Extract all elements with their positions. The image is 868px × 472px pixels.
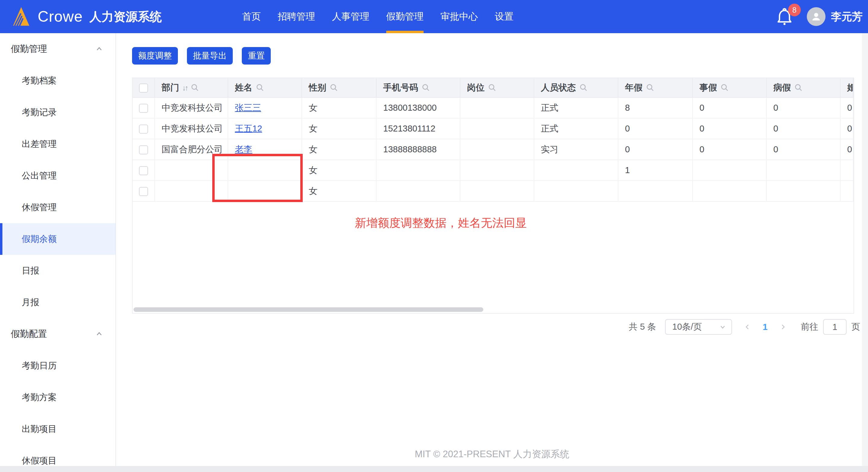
search-icon[interactable]	[256, 84, 264, 92]
page-suffix-label: 页	[851, 321, 860, 333]
sidebar-item-business-trip[interactable]: 出差管理	[0, 128, 116, 160]
goto-page-input[interactable]	[823, 319, 846, 335]
sidebar: 假勤管理 考勤档案 考勤记录 出差管理 公出管理 休假管理 假期余额 日报 月报…	[0, 33, 116, 466]
prev-page-button[interactable]	[743, 323, 751, 331]
sidebar-item-attendance-calendar[interactable]: 考勤日历	[0, 350, 116, 382]
header-phone[interactable]: 手机号码	[376, 78, 460, 97]
sidebar-item-leave-mgmt[interactable]: 休假管理	[0, 191, 116, 223]
page-size-value: 10条/页	[672, 321, 702, 333]
nav-item-approval[interactable]: 审批中心	[440, 0, 478, 33]
search-icon[interactable]	[422, 84, 430, 92]
cell-personal: 0	[692, 118, 766, 139]
employee-name-link[interactable]: 张三三	[235, 103, 261, 113]
cell-post	[460, 97, 534, 118]
sidebar-item-leave-balance[interactable]: 假期余额	[0, 223, 116, 255]
sort-icon[interactable]: ↓↑	[182, 84, 187, 92]
search-icon[interactable]	[646, 84, 654, 92]
cell-annual: 0	[618, 118, 692, 139]
select-all-checkbox[interactable]	[139, 84, 148, 93]
batch-export-button[interactable]: 批量导出	[187, 47, 233, 64]
bottom-strip	[0, 466, 868, 472]
sidebar-item-attendance-records[interactable]: 考勤记录	[0, 96, 116, 128]
cell-post	[460, 118, 534, 139]
header-dept[interactable]: 部门↓↑	[155, 78, 228, 97]
sidebar-item-public-outing[interactable]: 公出管理	[0, 160, 116, 191]
cell-post	[460, 160, 534, 181]
sidebar-item-attendance-items[interactable]: 出勤项目	[0, 413, 116, 445]
header-status[interactable]: 人员状态	[534, 78, 618, 97]
username[interactable]: 李元芳	[831, 10, 863, 24]
search-icon[interactable]	[191, 84, 199, 92]
notification-bell[interactable]: 8	[776, 7, 793, 26]
header-personal-leave[interactable]: 事假	[692, 78, 766, 97]
sidebar-group-label: 假勤配置	[11, 328, 47, 340]
sidebar-item-daily-report[interactable]: 日报	[0, 255, 116, 287]
notification-badge: 8	[788, 4, 801, 16]
hr-system-app: Crowe 人力资源系统 首页 招聘管理 人事管理 假勤管理 审批中心 设置 8	[0, 0, 868, 472]
header-marriage-leave[interactable]: 婚假	[840, 78, 853, 97]
topbar-right: 8 李元芳	[776, 7, 863, 26]
cell-phone: 13800138000	[376, 97, 460, 118]
row-checkbox[interactable]	[139, 124, 148, 134]
header-gender[interactable]: 性别	[302, 78, 376, 97]
annotation-text: 新增额度调整数据，姓名无法回显	[355, 215, 527, 231]
cell-phone: 13888888888	[376, 139, 460, 160]
search-icon[interactable]	[580, 84, 588, 92]
brand-name: Crowe	[38, 8, 83, 25]
page-size-select[interactable]: 10条/页	[665, 319, 732, 335]
horizontal-scrollbar-thumb[interactable]	[133, 307, 483, 312]
row-checkbox[interactable]	[139, 166, 148, 175]
quota-adjust-button[interactable]: 额度调整	[132, 47, 178, 64]
cell-dept: 中竞发科技公司	[155, 97, 228, 118]
vertical-scrollbar-track[interactable]	[862, 33, 868, 466]
current-page[interactable]: 1	[763, 322, 768, 332]
nav-item-settings[interactable]: 设置	[495, 0, 514, 33]
search-icon[interactable]	[720, 84, 729, 92]
header-post[interactable]: 岗位	[460, 78, 534, 97]
sidebar-item-monthly-report[interactable]: 月报	[0, 287, 116, 318]
employee-name-link[interactable]: 王五12	[235, 124, 262, 133]
chevron-down-icon	[719, 323, 726, 331]
nav-item-home[interactable]: 首页	[242, 0, 261, 33]
sidebar-group-label: 假勤管理	[11, 43, 47, 55]
search-icon[interactable]	[488, 84, 496, 92]
search-icon[interactable]	[330, 84, 338, 92]
header-sick-leave[interactable]: 病假	[766, 78, 840, 97]
total-count: 共 5 条	[629, 321, 656, 333]
cell-annual: 0	[618, 139, 692, 160]
sidebar-item-attendance-archive[interactable]: 考勤档案	[0, 65, 116, 96]
cell-name: 王五12	[228, 118, 302, 139]
next-page-button[interactable]	[779, 323, 787, 331]
sidebar-item-leave-items[interactable]: 休假项目	[0, 445, 116, 466]
cell-post	[460, 181, 534, 202]
nav-item-personnel[interactable]: 人事管理	[332, 0, 369, 33]
cell-name: 张三三	[228, 97, 302, 118]
search-icon[interactable]	[795, 84, 803, 92]
topbar: Crowe 人力资源系统 首页 招聘管理 人事管理 假勤管理 审批中心 设置 8	[0, 0, 868, 33]
sidebar-item-attendance-plan[interactable]: 考勤方案	[0, 382, 116, 413]
nav-item-recruitment[interactable]: 招聘管理	[278, 0, 315, 33]
cell-marriage: 0	[840, 97, 853, 118]
row-checkbox[interactable]	[139, 104, 148, 113]
nav-item-attendance[interactable]: 假勤管理	[386, 0, 424, 33]
header-select-all-cell	[133, 78, 155, 97]
row-checkbox[interactable]	[139, 187, 148, 196]
reset-button[interactable]: 重置	[242, 47, 271, 64]
cell-gender: 女	[302, 139, 376, 160]
chevron-up-icon	[95, 45, 103, 53]
sidebar-group-attendance-config[interactable]: 假勤配置	[0, 318, 116, 350]
cell-marriage: 0	[840, 139, 853, 160]
cell-personal	[692, 160, 766, 181]
top-nav: 首页 招聘管理 人事管理 假勤管理 审批中心 设置	[242, 0, 514, 33]
shell: 假勤管理 考勤档案 考勤记录 出差管理 公出管理 休假管理 假期余额 日报 月报…	[0, 33, 868, 466]
crowe-logo-icon	[10, 6, 31, 27]
employee-name-link[interactable]: 老李	[235, 144, 252, 154]
avatar[interactable]	[807, 7, 826, 26]
cell-status: 实习	[534, 139, 618, 160]
row-checkbox[interactable]	[139, 145, 148, 154]
header-annual-leave[interactable]: 年假	[618, 78, 692, 97]
cell-sick: 0	[766, 97, 840, 118]
sidebar-group-attendance-mgmt[interactable]: 假勤管理	[0, 33, 116, 65]
cell-gender: 女	[302, 97, 376, 118]
header-name[interactable]: 姓名	[228, 78, 302, 97]
